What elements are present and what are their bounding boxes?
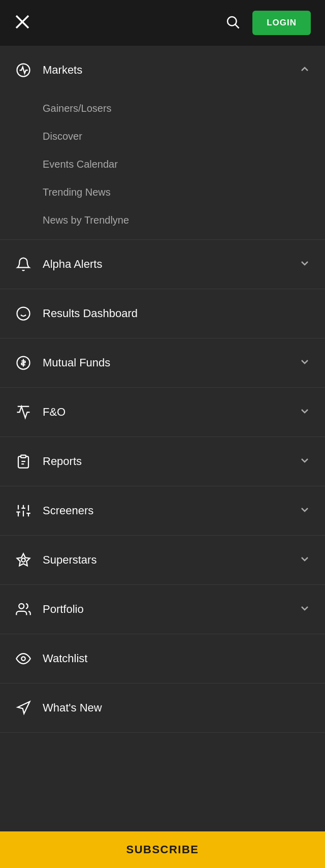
svg-line-3 — [236, 25, 239, 28]
main-nav: MarketsGainers/LosersDiscoverEvents Cale… — [0, 46, 325, 773]
sub-item-events-calendar[interactable]: Events Calendar — [0, 150, 325, 178]
sliders-icon — [14, 502, 32, 520]
portfolio-icon — [14, 600, 32, 618]
sub-item-discover[interactable]: Discover — [0, 122, 325, 150]
nav-item-header-markets[interactable]: Markets — [0, 46, 325, 95]
nav-item-superstars: Superstars — [0, 536, 325, 585]
nav-label-reports: Reports — [43, 455, 288, 468]
eye-icon — [14, 649, 32, 668]
nav-label-results-dashboard: Results Dashboard — [43, 307, 311, 320]
nav-label-alpha-alerts: Alpha Alerts — [43, 258, 288, 271]
nav-item-header-fno[interactable]: F&O — [0, 388, 325, 437]
chevron-down-icon — [299, 454, 311, 469]
subscribe-bar[interactable]: SUBSCRIBE — [0, 831, 325, 868]
nav-item-screeners: Screeners — [0, 486, 325, 536]
subscribe-label: SUBSCRIBE — [126, 843, 199, 856]
nav-item-header-reports[interactable]: Reports — [0, 437, 325, 486]
nav-label-watchlist: Watchlist — [43, 652, 311, 665]
close-button[interactable] — [14, 14, 30, 32]
nav-item-reports: Reports — [0, 437, 325, 486]
search-button[interactable] — [225, 14, 240, 32]
superstars-icon — [14, 551, 32, 569]
nav-item-header-alpha-alerts[interactable]: Alpha Alerts — [0, 240, 325, 289]
chevron-down-icon — [299, 504, 311, 518]
nav-item-header-screeners[interactable]: Screeners — [0, 486, 325, 535]
nav-item-portfolio: Portfolio — [0, 585, 325, 634]
nav-item-header-portfolio[interactable]: Portfolio — [0, 585, 325, 634]
bell-icon — [14, 255, 32, 273]
nav-item-header-whats-new[interactable]: What's New — [0, 684, 325, 732]
nav-item-header-mutual-funds[interactable]: Mutual Funds — [0, 338, 325, 387]
sub-item-news-by-trendlyne[interactable]: News by Trendlyne — [0, 206, 325, 234]
nav-item-markets: MarketsGainers/LosersDiscoverEvents Cale… — [0, 46, 325, 240]
markets-icon — [14, 61, 32, 79]
chevron-down-icon — [299, 602, 311, 616]
header: LOGIN — [0, 0, 325, 46]
chevron-down-icon — [299, 553, 311, 567]
chevron-up-icon — [299, 63, 311, 77]
nav-item-watchlist: Watchlist — [0, 634, 325, 684]
svg-point-5 — [17, 307, 30, 320]
nav-label-superstars: Superstars — [43, 553, 288, 567]
nav-item-alpha-alerts: Alpha Alerts — [0, 240, 325, 289]
nav-label-screeners: Screeners — [43, 504, 288, 517]
nav-label-fno: F&O — [43, 406, 288, 419]
nav-item-fno: F&O — [0, 388, 325, 437]
chevron-down-icon — [299, 356, 311, 370]
svg-marker-21 — [17, 554, 30, 566]
nav-label-whats-new: What's New — [43, 701, 311, 715]
svg-rect-9 — [21, 455, 26, 458]
nav-item-header-watchlist[interactable]: Watchlist — [0, 634, 325, 683]
results-icon — [14, 304, 32, 323]
nav-label-portfolio: Portfolio — [43, 603, 288, 616]
megaphone-icon — [14, 699, 32, 717]
chevron-down-icon — [299, 405, 311, 419]
nav-item-whats-new: What's New — [0, 684, 325, 733]
sub-item-trending-news[interactable]: Trending News — [0, 178, 325, 206]
sub-items-markets: Gainers/LosersDiscoverEvents CalendarTre… — [0, 95, 325, 239]
sub-item-gainerslosers[interactable]: Gainers/Losers — [0, 95, 325, 122]
login-button[interactable]: LOGIN — [252, 11, 311, 35]
nav-item-header-results-dashboard[interactable]: Results Dashboard — [0, 289, 325, 338]
svg-point-23 — [19, 604, 24, 609]
nav-item-mutual-funds: Mutual Funds — [0, 338, 325, 388]
chevron-down-icon — [299, 257, 311, 271]
dollar-circle-icon — [14, 354, 32, 372]
svg-point-2 — [228, 17, 237, 26]
nav-label-markets: Markets — [43, 64, 288, 77]
nav-label-mutual-funds: Mutual Funds — [43, 356, 288, 369]
svg-point-22 — [21, 558, 25, 562]
svg-point-24 — [21, 657, 25, 661]
chart-line-icon — [14, 403, 32, 421]
nav-item-header-superstars[interactable]: Superstars — [0, 536, 325, 584]
nav-item-results-dashboard: Results Dashboard — [0, 289, 325, 338]
clipboard-icon — [14, 452, 32, 471]
